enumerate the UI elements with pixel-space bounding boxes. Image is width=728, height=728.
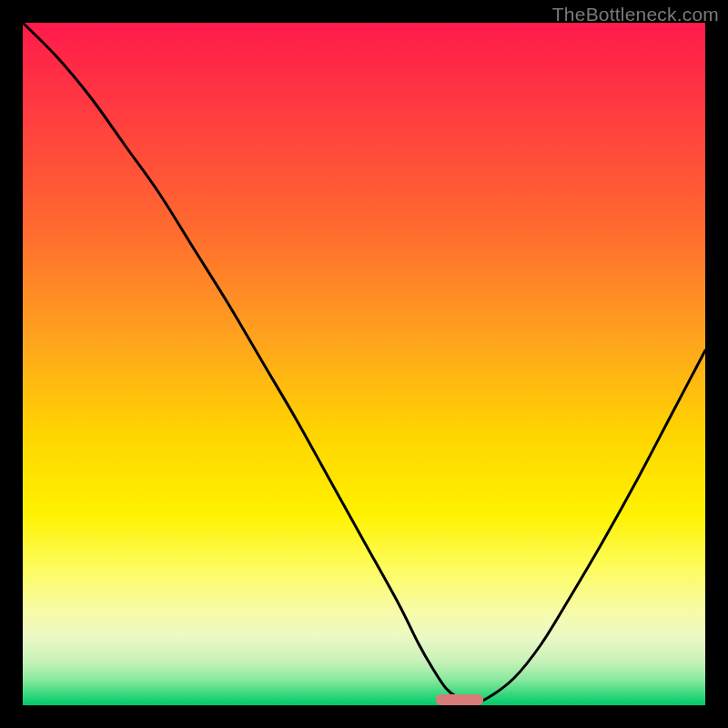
- plot-area: [23, 23, 705, 705]
- gradient-background: [23, 23, 705, 705]
- optimum-marker: [436, 694, 484, 705]
- chart-frame: TheBottleneck.com: [0, 0, 728, 728]
- plot-svg: [23, 23, 705, 705]
